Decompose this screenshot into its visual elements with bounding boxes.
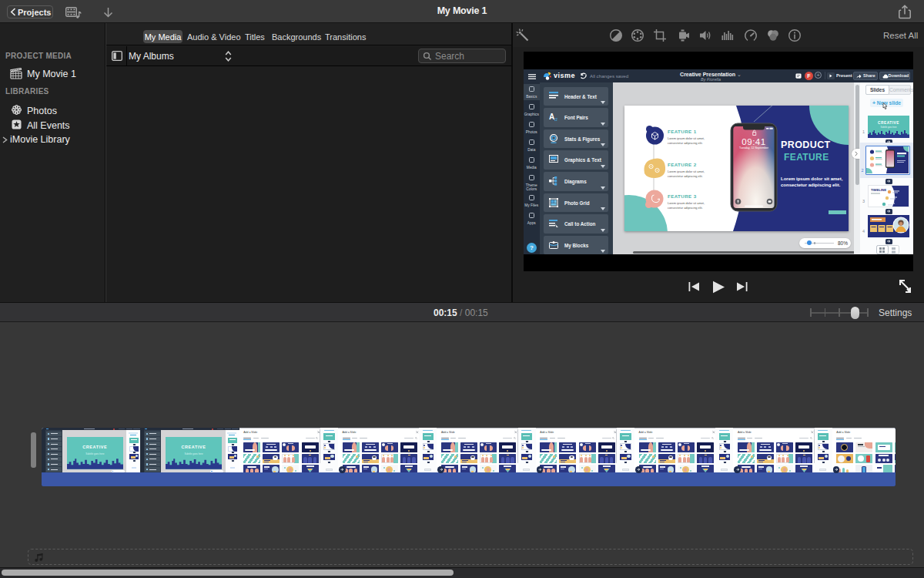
svg-text:Lorem ipsum dolor sit amet,: Lorem ipsum dolor sit amet, <box>668 136 705 140</box>
svg-text:FEATURE 2: FEATURE 2 <box>668 162 697 167</box>
svg-text:FEATURE 1: FEATURE 1 <box>668 129 697 134</box>
svg-text:FEATURE: FEATURE <box>784 152 829 163</box>
svg-text:Lorem ipsum dolor sit amet,: Lorem ipsum dolor sit amet, <box>668 201 705 205</box>
svg-text:a: a <box>554 116 557 123</box>
svg-text:FEATURE 3: FEATURE 3 <box>668 193 697 199</box>
svg-text:consectetur adipiscing elit.: consectetur adipiscing elit. <box>668 206 703 210</box>
svg-text:consectetur adipiscing elit.: consectetur adipiscing elit. <box>781 183 841 187</box>
svg-text:TIMELINE: TIMELINE <box>871 188 886 192</box>
svg-text:Lorem ipsum dolor sit amet,: Lorem ipsum dolor sit amet, <box>781 176 843 181</box>
svg-text:PRODUCT: PRODUCT <box>781 139 831 150</box>
svg-text:Tuesday, 12 September: Tuesday, 12 September <box>739 146 769 150</box>
svg-text:consectetur adipiscing elit.: consectetur adipiscing elit. <box>668 141 703 145</box>
svg-text:consectetur adipiscing elit.: consectetur adipiscing elit. <box>668 174 703 178</box>
svg-text:09:41: 09:41 <box>742 137 765 146</box>
svg-text:Lorem ipsum dolor sit amet,: Lorem ipsum dolor sit amet, <box>668 170 705 173</box>
